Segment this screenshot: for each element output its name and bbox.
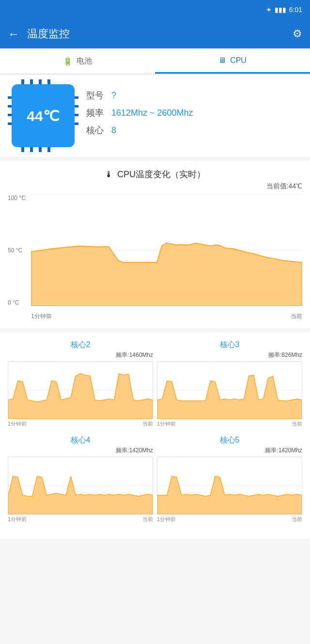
core4-card: 核心4 频率:1420Mhz 1分钟前 当前: [8, 435, 153, 523]
cpu-model-label: 型号: [86, 90, 106, 101]
cpu-temperature-value: 44℃: [27, 107, 59, 124]
y-label-50: 50 °C: [8, 247, 29, 254]
main-chart-svg: [31, 195, 302, 306]
core3-card: 核心3 频率:826Mhz 1分钟前 当前: [157, 340, 302, 428]
back-button[interactable]: ←: [8, 27, 19, 41]
chart-y-labels: 100 °C 50 °C 0 °C: [8, 195, 29, 306]
core3-chart-svg: [157, 361, 302, 419]
settings-button[interactable]: ⚙: [293, 28, 302, 40]
core3-title: 核心3: [157, 340, 302, 350]
core5-freq: 频率:1420Mhz: [157, 446, 302, 455]
core5-x-right: 当前: [292, 516, 302, 523]
x-label-right: 当前: [291, 312, 302, 321]
core5-chart-container: [157, 457, 302, 515]
cpu-core-label: 核心: [86, 124, 106, 136]
core2-freq: 频率:1460Mhz: [8, 351, 153, 359]
core4-chart-container: [8, 457, 153, 515]
core2-chart-svg: [8, 361, 153, 419]
tabs-container: 🔋 电池 🖥 CPU: [0, 48, 310, 75]
cpu-model-value: ?: [111, 91, 116, 101]
x-label-left: 1分钟前: [31, 312, 52, 321]
y-label-100: 100 °C: [8, 195, 29, 201]
y-label-0: 0 °C: [8, 299, 29, 306]
cpu-tab-label: CPU: [230, 56, 247, 65]
core5-title: 核心5: [157, 435, 302, 445]
svg-rect-5: [75, 105, 78, 107]
core4-freq: 频率:1420Mhz: [8, 446, 153, 455]
main-chart-container: 100 °C 50 °C 0 °C 1分钟前 当前: [8, 195, 302, 321]
core3-x-labels: 1分钟前 当前: [157, 420, 302, 428]
app-title: 温度监控: [27, 27, 293, 41]
cpu-tab-icon: 🖥: [218, 56, 226, 65]
battery-tab-label: 电池: [77, 56, 92, 66]
cpu-left-connectors: [8, 94, 12, 138]
cpu-temp-chart-section: 🌡 CPU温度变化（实时） 当前值:44℃ 100 °C 50 °C 0 °C …: [0, 161, 310, 328]
core3-freq: 频率:826Mhz: [157, 351, 302, 359]
thermometer-icon: 🌡: [105, 169, 113, 180]
tab-battery[interactable]: 🔋 电池: [0, 48, 155, 74]
core3-chart-container: [157, 361, 302, 419]
cpu-freq-label: 频率: [86, 107, 106, 119]
svg-rect-7: [75, 123, 78, 125]
svg-rect-2: [8, 114, 12, 116]
core4-x-right: 当前: [142, 516, 153, 523]
core4-chart-svg: [8, 457, 153, 515]
cpu-temperature-icon: 44℃: [12, 84, 75, 147]
core2-x-left: 1分钟前: [8, 420, 27, 428]
cores-grid: 核心2 频率:1460Mhz 1分钟前 当前 核心3 频率:826Mhz: [0, 332, 310, 538]
cpu-right-connectors: [75, 94, 78, 138]
cpu-info-section: 44℃ 型号 ? 频率 1612Mhz ~ 2600Mhz 核心 8: [0, 75, 310, 157]
cpu-details: 型号 ? 频率 1612Mhz ~ 2600Mhz 核心 8: [86, 90, 298, 142]
app-bar: ← 温度监控 ⚙: [0, 19, 310, 48]
core5-x-labels: 1分钟前 当前: [157, 516, 302, 523]
core3-x-right: 当前: [292, 420, 302, 428]
battery-icon: ▮▮▮: [275, 6, 286, 14]
cpu-freq-row: 频率 1612Mhz ~ 2600Mhz: [86, 107, 298, 119]
tab-cpu[interactable]: 🖥 CPU: [155, 48, 310, 74]
svg-rect-6: [75, 114, 78, 116]
bluetooth-icon: ✦: [266, 6, 272, 14]
core5-card: 核心5 频率:1420Mhz 1分钟前 当前: [157, 435, 302, 523]
core2-x-labels: 1分钟前 当前: [8, 420, 153, 428]
cpu-core-row: 核心 8: [86, 124, 298, 136]
core4-x-labels: 1分钟前 当前: [8, 516, 153, 523]
cpu-core-value: 8: [111, 125, 116, 136]
cores-row-1: 核心2 频率:1460Mhz 1分钟前 当前 核心3 频率:826Mhz: [8, 340, 302, 428]
status-bar: ✦ ▮▮▮ 6:01: [0, 0, 310, 19]
core4-x-left: 1分钟前: [8, 516, 27, 523]
svg-rect-1: [8, 105, 12, 107]
svg-rect-0: [8, 96, 12, 99]
core5-x-left: 1分钟前: [157, 516, 176, 523]
chart-title: 🌡 CPU温度变化（实时）: [8, 169, 302, 180]
core2-x-right: 当前: [142, 420, 153, 428]
core2-chart-container: [8, 361, 153, 419]
svg-rect-4: [75, 96, 78, 99]
battery-tab-icon: 🔋: [63, 57, 73, 66]
core2-card: 核心2 频率:1460Mhz 1分钟前 当前: [8, 340, 153, 428]
cpu-freq-value: 1612Mhz ~ 2600Mhz: [111, 108, 193, 118]
svg-rect-3: [8, 123, 12, 125]
chart-current-value: 当前值:44℃: [8, 182, 302, 191]
core3-x-left: 1分钟前: [157, 420, 176, 428]
cpu-model-row: 型号 ?: [86, 90, 298, 101]
core5-chart-svg: [157, 457, 302, 515]
time-display: 6:01: [289, 6, 302, 14]
core2-title: 核心2: [8, 340, 153, 350]
chart-x-labels: 1分钟前 当前: [31, 312, 302, 321]
cores-row-2: 核心4 频率:1420Mhz 1分钟前 当前 核心5 频率:1420Mhz: [8, 435, 302, 523]
status-icons: ✦ ▮▮▮ 6:01: [266, 6, 302, 14]
core4-title: 核心4: [8, 435, 153, 445]
